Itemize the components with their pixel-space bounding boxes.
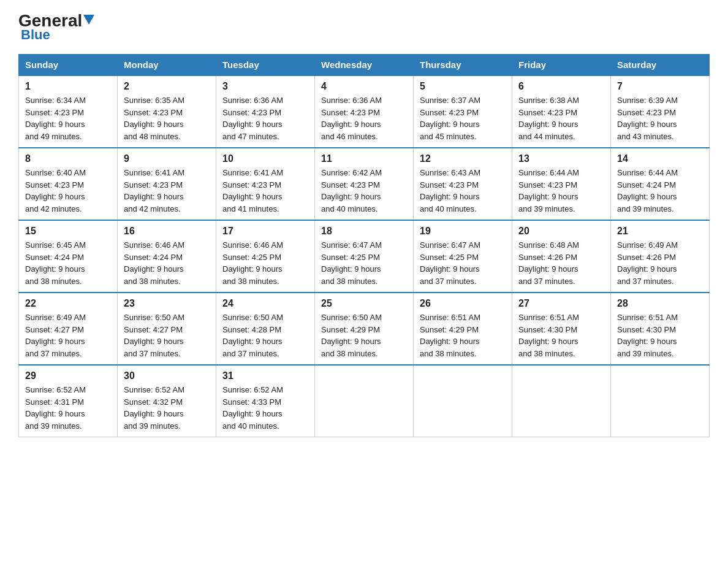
- day-number: 4: [321, 81, 407, 92]
- calendar-day-21: 21 Sunrise: 6:49 AM Sunset: 4:26 PM Dayl…: [611, 220, 710, 293]
- day-info: Sunrise: 6:44 AM Sunset: 4:24 PM Dayligh…: [617, 167, 703, 215]
- day-info: Sunrise: 6:47 AM Sunset: 4:25 PM Dayligh…: [420, 239, 506, 287]
- day-info: Sunrise: 6:38 AM Sunset: 4:23 PM Dayligh…: [518, 94, 604, 142]
- day-number: 19: [420, 226, 506, 237]
- day-info: Sunrise: 6:42 AM Sunset: 4:23 PM Dayligh…: [321, 167, 407, 215]
- day-info: Sunrise: 6:49 AM Sunset: 4:26 PM Dayligh…: [617, 239, 703, 287]
- weekday-header-sunday: Sunday: [19, 55, 118, 76]
- calendar-week-row: 8 Sunrise: 6:40 AM Sunset: 4:23 PM Dayli…: [19, 148, 710, 220]
- day-number: 9: [124, 153, 210, 164]
- calendar-day-13: 13 Sunrise: 6:44 AM Sunset: 4:23 PM Dayl…: [512, 148, 611, 220]
- calendar-day-23: 23 Sunrise: 6:50 AM Sunset: 4:27 PM Dayl…: [118, 293, 216, 365]
- calendar-week-row: 15 Sunrise: 6:45 AM Sunset: 4:24 PM Dayl…: [19, 220, 710, 293]
- day-number: 14: [617, 153, 703, 164]
- day-info: Sunrise: 6:40 AM Sunset: 4:23 PM Dayligh…: [25, 167, 111, 215]
- day-info: Sunrise: 6:50 AM Sunset: 4:29 PM Dayligh…: [321, 312, 407, 359]
- weekday-header-thursday: Thursday: [414, 55, 512, 76]
- day-info: Sunrise: 6:51 AM Sunset: 4:30 PM Dayligh…: [617, 312, 703, 359]
- day-number: 16: [124, 226, 210, 237]
- day-number: 3: [222, 81, 308, 92]
- day-number: 29: [25, 370, 111, 381]
- calendar-table: SundayMondayTuesdayWednesdayThursdayFrid…: [18, 54, 710, 437]
- calendar-day-9: 9 Sunrise: 6:41 AM Sunset: 4:23 PM Dayli…: [118, 148, 216, 220]
- day-number: 18: [321, 226, 407, 237]
- day-number: 31: [222, 370, 308, 381]
- calendar-day-6: 6 Sunrise: 6:38 AM Sunset: 4:23 PM Dayli…: [512, 75, 611, 148]
- day-info: Sunrise: 6:43 AM Sunset: 4:23 PM Dayligh…: [420, 167, 506, 215]
- day-info: Sunrise: 6:47 AM Sunset: 4:25 PM Dayligh…: [321, 239, 407, 287]
- calendar-day-11: 11 Sunrise: 6:42 AM Sunset: 4:23 PM Dayl…: [315, 148, 414, 220]
- day-number: 30: [124, 370, 210, 381]
- calendar-day-30: 30 Sunrise: 6:52 AM Sunset: 4:32 PM Dayl…: [118, 365, 216, 437]
- calendar-day-14: 14 Sunrise: 6:44 AM Sunset: 4:24 PM Dayl…: [611, 148, 710, 220]
- calendar-day-7: 7 Sunrise: 6:39 AM Sunset: 4:23 PM Dayli…: [611, 75, 710, 148]
- calendar-day-15: 15 Sunrise: 6:45 AM Sunset: 4:24 PM Dayl…: [19, 220, 118, 293]
- calendar-day-16: 16 Sunrise: 6:46 AM Sunset: 4:24 PM Dayl…: [118, 220, 216, 293]
- calendar-day-28: 28 Sunrise: 6:51 AM Sunset: 4:30 PM Dayl…: [611, 293, 710, 365]
- day-info: Sunrise: 6:36 AM Sunset: 4:23 PM Dayligh…: [222, 94, 308, 142]
- day-info: Sunrise: 6:52 AM Sunset: 4:32 PM Dayligh…: [124, 384, 210, 432]
- weekday-header-monday: Monday: [118, 55, 216, 76]
- calendar-day-8: 8 Sunrise: 6:40 AM Sunset: 4:23 PM Dayli…: [19, 148, 118, 220]
- day-info: Sunrise: 6:50 AM Sunset: 4:28 PM Dayligh…: [222, 312, 308, 359]
- calendar-day-29: 29 Sunrise: 6:52 AM Sunset: 4:31 PM Dayl…: [19, 365, 118, 437]
- calendar-day-26: 26 Sunrise: 6:51 AM Sunset: 4:29 PM Dayl…: [414, 293, 512, 365]
- calendar-day-5: 5 Sunrise: 6:37 AM Sunset: 4:23 PM Dayli…: [414, 75, 512, 148]
- calendar-day-24: 24 Sunrise: 6:50 AM Sunset: 4:28 PM Dayl…: [216, 293, 315, 365]
- calendar-day-empty: [611, 365, 710, 437]
- day-info: Sunrise: 6:52 AM Sunset: 4:33 PM Dayligh…: [222, 384, 308, 432]
- weekday-header-row: SundayMondayTuesdayWednesdayThursdayFrid…: [19, 55, 710, 76]
- calendar-week-row: 22 Sunrise: 6:49 AM Sunset: 4:27 PM Dayl…: [19, 293, 710, 365]
- calendar-day-17: 17 Sunrise: 6:46 AM Sunset: 4:25 PM Dayl…: [216, 220, 315, 293]
- day-number: 27: [518, 298, 604, 309]
- calendar-day-10: 10 Sunrise: 6:41 AM Sunset: 4:23 PM Dayl…: [216, 148, 315, 220]
- day-info: Sunrise: 6:39 AM Sunset: 4:23 PM Dayligh…: [617, 94, 703, 142]
- day-info: Sunrise: 6:52 AM Sunset: 4:31 PM Dayligh…: [25, 384, 111, 432]
- calendar-week-row: 1 Sunrise: 6:34 AM Sunset: 4:23 PM Dayli…: [19, 75, 710, 148]
- day-number: 24: [222, 298, 308, 309]
- day-info: Sunrise: 6:45 AM Sunset: 4:24 PM Dayligh…: [25, 239, 111, 287]
- day-info: Sunrise: 6:34 AM Sunset: 4:23 PM Dayligh…: [25, 94, 111, 142]
- logo: General Blue: [18, 12, 94, 43]
- day-number: 1: [25, 81, 111, 92]
- logo-blue: Blue: [21, 27, 50, 43]
- day-number: 21: [617, 226, 703, 237]
- calendar-day-27: 27 Sunrise: 6:51 AM Sunset: 4:30 PM Dayl…: [512, 293, 611, 365]
- day-number: 2: [124, 81, 210, 92]
- day-info: Sunrise: 6:49 AM Sunset: 4:27 PM Dayligh…: [25, 312, 111, 359]
- calendar-day-18: 18 Sunrise: 6:47 AM Sunset: 4:25 PM Dayl…: [315, 220, 414, 293]
- day-info: Sunrise: 6:35 AM Sunset: 4:23 PM Dayligh…: [124, 94, 210, 142]
- day-number: 28: [617, 298, 703, 309]
- calendar-day-empty: [315, 365, 414, 437]
- day-info: Sunrise: 6:51 AM Sunset: 4:30 PM Dayligh…: [518, 312, 604, 359]
- day-info: Sunrise: 6:51 AM Sunset: 4:29 PM Dayligh…: [420, 312, 506, 359]
- day-number: 17: [222, 226, 308, 237]
- day-info: Sunrise: 6:50 AM Sunset: 4:27 PM Dayligh…: [124, 312, 210, 359]
- day-number: 26: [420, 298, 506, 309]
- day-number: 25: [321, 298, 407, 309]
- day-info: Sunrise: 6:44 AM Sunset: 4:23 PM Dayligh…: [518, 167, 604, 215]
- calendar-day-1: 1 Sunrise: 6:34 AM Sunset: 4:23 PM Dayli…: [19, 75, 118, 148]
- day-number: 8: [25, 153, 111, 164]
- day-info: Sunrise: 6:46 AM Sunset: 4:24 PM Dayligh…: [124, 239, 210, 287]
- day-number: 20: [518, 226, 604, 237]
- calendar-day-4: 4 Sunrise: 6:36 AM Sunset: 4:23 PM Dayli…: [315, 75, 414, 148]
- weekday-header-tuesday: Tuesday: [216, 55, 315, 76]
- day-info: Sunrise: 6:48 AM Sunset: 4:26 PM Dayligh…: [518, 239, 604, 287]
- day-number: 13: [518, 153, 604, 164]
- calendar-week-row: 29 Sunrise: 6:52 AM Sunset: 4:31 PM Dayl…: [19, 365, 710, 437]
- calendar-day-20: 20 Sunrise: 6:48 AM Sunset: 4:26 PM Dayl…: [512, 220, 611, 293]
- day-number: 23: [124, 298, 210, 309]
- calendar-day-22: 22 Sunrise: 6:49 AM Sunset: 4:27 PM Dayl…: [19, 293, 118, 365]
- day-number: 22: [25, 298, 111, 309]
- day-number: 7: [617, 81, 703, 92]
- day-number: 11: [321, 153, 407, 164]
- calendar-day-empty: [414, 365, 512, 437]
- calendar-day-31: 31 Sunrise: 6:52 AM Sunset: 4:33 PM Dayl…: [216, 365, 315, 437]
- day-info: Sunrise: 6:41 AM Sunset: 4:23 PM Dayligh…: [222, 167, 308, 215]
- day-number: 15: [25, 226, 111, 237]
- calendar-day-empty: [512, 365, 611, 437]
- page-header: General Blue: [18, 12, 710, 43]
- calendar-day-12: 12 Sunrise: 6:43 AM Sunset: 4:23 PM Dayl…: [414, 148, 512, 220]
- day-info: Sunrise: 6:41 AM Sunset: 4:23 PM Dayligh…: [124, 167, 210, 215]
